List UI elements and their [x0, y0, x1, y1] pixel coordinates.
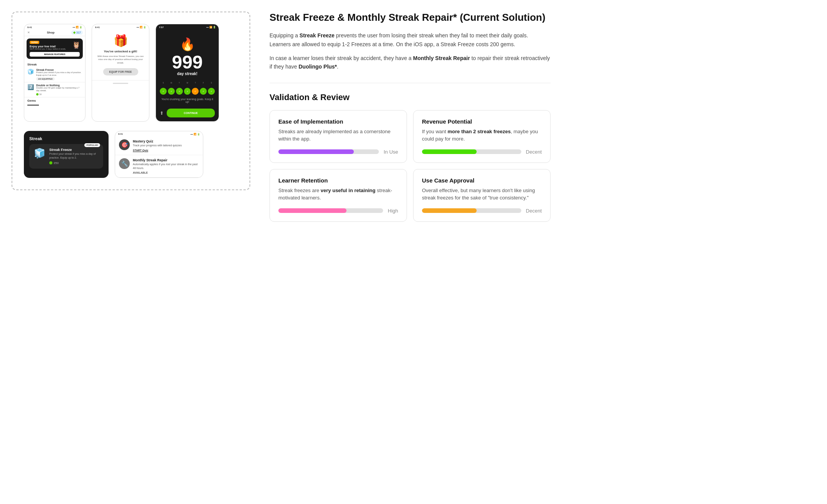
quiz-statusbar: 9:41 ▪▪▪ 📶 🔋 [115, 131, 203, 136]
repair-desc: Automatically applies if you lost your s… [133, 162, 199, 170]
start-quiz-btn[interactable]: START Quiz [133, 149, 199, 152]
section-streak: Streak [24, 61, 85, 67]
days-labels: S M T W T F S [160, 82, 215, 84]
shop-topbar: ✕ Shop ◆ 317 [24, 29, 85, 36]
home-indicator [113, 83, 128, 84]
time-gift: 9:41 [95, 26, 100, 28]
repair-icon: 🔧 [119, 158, 130, 169]
ease-progress-fill [278, 149, 354, 154]
card-retention-progress: High [278, 208, 398, 214]
card-retention: Learner Retention Streak freezes are ver… [270, 169, 407, 222]
quiz-item-repair: 🔧 Monthly Streak Repair Automatically ap… [115, 155, 203, 178]
wifi-icon-dark: 📶 [209, 26, 212, 28]
statusbar-gift: 9:41 ▪▪▪ 📶 🔋 [92, 24, 149, 29]
card-revenue-progress: Decent [422, 149, 542, 155]
card-usecase-progress: Decent [422, 208, 542, 214]
retention-progress-fill [278, 208, 347, 213]
divider [270, 83, 551, 83]
revenue-progress-fill [422, 149, 477, 154]
mockups-row: 9:41 ▪▪▪ 📶 🔋 ✕ Shop ◆ 317 🦉 [24, 24, 238, 122]
days-row: ✓ ✓ ✓ ✓ ✓ ✓ ✓ [160, 88, 215, 95]
gem-icon-shop: ◆ [73, 31, 75, 34]
shop-item-double: 7️⃣ Double or Nothing Double your 50 gem… [24, 82, 85, 97]
shop-item-freeze: 🧊 Streak Freeze Protect your streak if y… [24, 67, 85, 82]
nav-indicator [27, 105, 39, 105]
statusbar-shop: 9:41 ▪▪▪ 📶 🔋 [24, 24, 85, 29]
quiz-item-mastery: 🎯 Mastery Quiz Track your progress with … [115, 136, 203, 155]
left-panel: 9:41 ▪▪▪ 📶 🔋 ✕ Shop ◆ 317 🦉 [12, 12, 250, 190]
gem-dot-double [36, 93, 39, 95]
retention-progress-bg [278, 208, 383, 213]
streak-item-price: 350 [49, 161, 99, 165]
manage-btn[interactable]: MANAGE FEATURES [30, 52, 80, 57]
super-badge: SUPER [30, 41, 39, 44]
day-s2: S [208, 82, 215, 84]
gift-title: You've unlocked a gift! [95, 50, 146, 53]
statusbar-dark: 7:57 ▪▪▪ 📶 🔋 [156, 24, 219, 29]
status-icons-dark: ▪▪▪ 📶 🔋 [206, 26, 216, 28]
freeze-desc: Protect your streak if you miss a day of… [36, 71, 82, 77]
card-revenue-title: Revenue Potential [422, 118, 542, 125]
section-gems: Gems [24, 97, 85, 103]
card-retention-title: Learner Retention [278, 177, 398, 184]
continue-btn[interactable]: CONTINUE [167, 109, 215, 117]
validation-grid: Ease of Implementation Streaks are alrea… [270, 110, 551, 222]
time-shop: 9:41 [27, 26, 32, 28]
streak-card-title: Streak [29, 136, 103, 141]
popular-badge: POPULAR [84, 143, 100, 147]
signal-icon-quiz: ▪▪▪ [191, 133, 193, 136]
gem-icon-card [49, 161, 52, 164]
double-name: Double or Nothing [36, 84, 82, 87]
signal-icon-dark: ▪▪▪ [206, 26, 209, 28]
day-circle-2: ✓ [168, 88, 175, 95]
battery-icon-quiz: 🔋 [197, 133, 200, 136]
battery-icon-dark: 🔋 [213, 26, 216, 28]
desc-text-1: Equipping a Streak Freeze prevents the u… [270, 31, 551, 49]
close-btn[interactable]: ✕ [27, 31, 30, 34]
day-t2: T [192, 82, 199, 84]
freeze-name: Streak Freeze [36, 69, 82, 71]
day-circle-5: ✓ [192, 88, 199, 95]
card-revenue-desc: If you want more than 2 streak freezes, … [422, 128, 542, 143]
phone-shop: 9:41 ▪▪▪ 📶 🔋 ✕ Shop ◆ 317 🦉 [24, 24, 85, 122]
day-f: F [200, 82, 207, 84]
desc-text-2: In case a learner loses their streak by … [270, 54, 551, 71]
phone2-bottom [92, 80, 149, 86]
revenue-label: Decent [526, 149, 542, 155]
right-panel: Streak Freeze & Monthly Streak Repair* (… [270, 12, 551, 222]
share-icon[interactable]: ⬆ [160, 111, 164, 116]
wifi-icon: 📶 [76, 26, 79, 28]
double-price: 58 [36, 93, 82, 96]
main-layout: 9:41 ▪▪▪ 📶 🔋 ✕ Shop ◆ 317 🦉 [12, 12, 551, 222]
card-usecase: Use Case Approval Overall effective, but… [413, 169, 551, 222]
phone-gift: 9:41 ▪▪▪ 📶 🔋 🎁 You've unlocked a gift! W… [92, 24, 149, 122]
wifi-icon-quiz: 📶 [194, 133, 196, 136]
shop-title: Shop [47, 31, 55, 34]
card-retention-desc: Streak freezes are very useful in retain… [278, 187, 398, 202]
status-icons-gift: ▪▪▪ 📶 🔋 [137, 26, 146, 28]
continue-row: ⬆ CONTINUE [160, 109, 215, 117]
time-dark: 7:57 [159, 26, 164, 28]
owl-icon: 🦉 [72, 41, 80, 49]
day-circle-3: ✓ [176, 88, 183, 95]
freeze-icon: 🧊 [27, 69, 34, 75]
repair-title: Monthly Streak Repair [133, 158, 199, 162]
phone-streak-dark: 7:57 ▪▪▪ 📶 🔋 🔥 999 day streak! S M T [156, 24, 219, 122]
gift-content: 🎁 You've unlocked a gift! With these one… [92, 29, 149, 80]
usecase-progress-fill [422, 208, 477, 213]
streak-text: day streak! [160, 72, 215, 76]
mastery-content: Mastery Quiz Track your progress with ta… [133, 139, 199, 152]
usecase-label: Decent [526, 208, 542, 214]
equip-btn[interactable]: EQUIP FOR FREE [103, 68, 138, 75]
day-circle-4: ✓ [184, 88, 191, 95]
gem-count: ◆ 317 [71, 30, 83, 35]
streak-item: POPULAR 🧊 Streak Freeze Protect your str… [29, 144, 103, 169]
streak-msg: You're crushing your learning goals. Kee… [160, 98, 215, 103]
validation-title: Validation & Review [270, 92, 551, 102]
description-block: Streak Freeze & Monthly Streak Repair* (… [270, 12, 551, 71]
gift-icon: 🎁 [95, 34, 146, 47]
gift-desc: With these one-time Streak Freezes, you … [95, 55, 146, 64]
signal-icon: ▪▪▪ [73, 26, 75, 28]
streak-number: 999 [160, 53, 215, 72]
day-w: W [184, 82, 191, 84]
